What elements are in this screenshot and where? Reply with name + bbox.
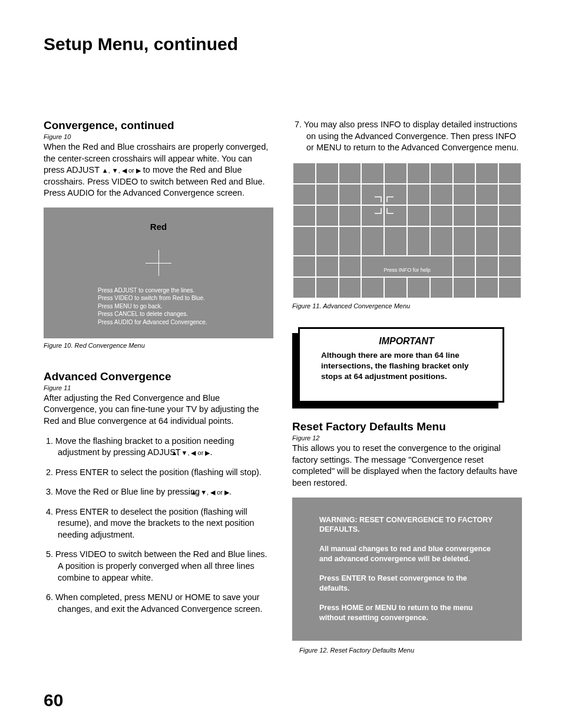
step-5: 5. Press VIDEO to switch between the Red… bbox=[44, 549, 273, 584]
fig10-line3: Press MENU to go back. bbox=[98, 302, 207, 311]
step1-b: . bbox=[210, 447, 212, 457]
fig10-instructions: Press ADJUST to converge the lines. Pres… bbox=[98, 286, 207, 327]
fig12-caption: Figure 12. Reset Factory Defaults Menu bbox=[299, 647, 522, 654]
advanced-heading: Advanced Convergence bbox=[44, 370, 273, 383]
fig10-line4: Press CANCEL to delete changes. bbox=[98, 310, 207, 318]
step-4: 4. Press ENTER to deselect the position … bbox=[44, 506, 273, 541]
fig12-ref: Figure 12 bbox=[292, 434, 522, 442]
advanced-intro: After adjusting the Red Convergence and … bbox=[44, 393, 273, 427]
fig11-ref: Figure 11 bbox=[44, 384, 273, 391]
fig11-caption: Figure 11. Advanced Convergence Menu bbox=[292, 302, 522, 309]
arrow-sequence: ▲, ▼, ◀ or ▶ bbox=[183, 449, 210, 457]
figure-10: Red Press ADJUST to converge the lines. … bbox=[44, 207, 273, 338]
important-box: IMPORTANT Although there are more than 6… bbox=[298, 327, 504, 403]
bracket-icon bbox=[374, 196, 384, 205]
fig10-line5: Press AUDIO for Advanced Convergence. bbox=[98, 318, 207, 327]
step-6: 6. When completed, press MENU or HOME to… bbox=[44, 592, 273, 615]
step-2: 2. Press ENTER to select the position (f… bbox=[44, 467, 273, 479]
step-3: 3. Move the Red or Blue line by pressing… bbox=[44, 486, 273, 498]
arrow-sequence: ▲, ▼, ◀ or ▶ bbox=[102, 166, 141, 175]
step-7: 7. You may also press INFO to display de… bbox=[292, 119, 522, 154]
step3-a: 3. Move the Red or Blue line by pressing bbox=[46, 487, 202, 496]
fig12-p4: Press HOME or MENU to return to the menu… bbox=[319, 603, 498, 623]
fig12-p1: WARNING: RESET CONVERGENCE TO FACTORY DE… bbox=[319, 515, 498, 535]
page-title: Setup Menu, continued bbox=[44, 34, 522, 54]
convergence-paragraph: When the Red and Blue crosshairs are pro… bbox=[44, 141, 273, 199]
left-column: Convergence, continued Figure 10 When th… bbox=[44, 119, 273, 654]
fig10-caption: Figure 10. Red Convergence Menu bbox=[44, 342, 273, 349]
bracket-icon bbox=[374, 206, 384, 214]
figure-12: WARNING: RESET CONVERGENCE TO FACTORY DE… bbox=[292, 498, 522, 641]
bracket-icon bbox=[385, 196, 394, 205]
reset-heading: Reset Factory Defaults Menu bbox=[292, 420, 522, 433]
fig10-ref: Figure 10 bbox=[44, 133, 273, 140]
important-body: Although there are more than 64 line int… bbox=[321, 350, 492, 383]
fig12-p2: All manual changes to red and blue conve… bbox=[319, 544, 498, 564]
arrow-sequence: ▲, ▼, ◀ or ▶ bbox=[202, 488, 229, 497]
fig10-line2: Press VIDEO to switch from Red to Blue. bbox=[98, 294, 207, 302]
reset-intro: This allows you to reset the convergence… bbox=[292, 443, 522, 489]
fig12-p3: Press ENTER to Reset convergence to the … bbox=[319, 574, 498, 594]
fig10-red-label: Red bbox=[44, 222, 273, 232]
fig11-help-text: Press INFO for help bbox=[362, 267, 452, 273]
important-title: IMPORTANT bbox=[321, 336, 492, 347]
fig10-line1: Press ADJUST to converge the lines. bbox=[98, 286, 207, 295]
step3-b: . bbox=[229, 487, 232, 496]
step-1: 1. Move the flashing bracket to a positi… bbox=[44, 436, 273, 459]
bracket-icon bbox=[385, 206, 394, 214]
right-column: 7. You may also press INFO to display de… bbox=[292, 119, 522, 654]
convergence-heading: Convergence, continued bbox=[44, 119, 273, 132]
page-number: 60 bbox=[44, 690, 63, 710]
figure-11-grid: Press INFO for help bbox=[292, 162, 522, 299]
content-columns: Convergence, continued Figure 10 When th… bbox=[44, 119, 522, 654]
